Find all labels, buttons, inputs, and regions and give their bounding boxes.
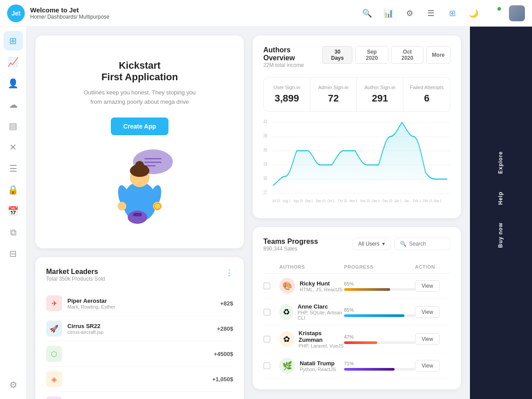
authors-title: Authors Overview (263, 46, 322, 62)
authors-subtitle: 22M total income (263, 62, 322, 68)
market-item: ⬡ +4500$ (46, 341, 233, 367)
market-item: ✈ Piper Aerostar Mark, Rowling, Esther +… (46, 291, 233, 316)
market-logo-cessna: ✦ (46, 396, 62, 399)
sidebar-item-cloud[interactable]: ☁ (4, 95, 23, 114)
svg-text:27: 27 (263, 190, 267, 195)
svg-text:Oct 1: Oct 1 (328, 199, 335, 203)
logo: Jet (7, 4, 25, 22)
buy-now-button[interactable]: Buy now (490, 214, 512, 257)
row-checkbox[interactable] (263, 309, 270, 316)
sidebar-item-settings[interactable]: ⚙ (4, 379, 23, 399)
notification-icon[interactable] (488, 6, 502, 20)
settings-icon[interactable]: ⚙ (403, 6, 417, 20)
line-chart: 42 39 36 33 30 27 (263, 119, 450, 216)
analytics-icon[interactable]: 📊 (381, 6, 395, 20)
breadcrumb: Home/ Dashboards/ Multipurpose (30, 14, 110, 20)
tab-more[interactable]: More (426, 46, 450, 64)
svg-text:Dec 15: Dec 15 (383, 199, 392, 203)
breadcrumb-home[interactable]: Home/ (30, 14, 46, 20)
svg-text:30: 30 (263, 176, 267, 181)
team-row: 🌿 Natali Trump Python, ReactJS 71% View (263, 353, 450, 379)
market-more-icon[interactable]: ⋮ (225, 268, 233, 278)
users-dropdown[interactable]: All Users ▾ (352, 238, 391, 250)
dark-mode-icon[interactable]: 🌙 (466, 6, 481, 20)
stat-user-signin: User Sign-in 3,899 (264, 78, 310, 111)
sidebar-item-menu[interactable]: ☰ (4, 159, 23, 178)
search-input[interactable] (409, 241, 445, 247)
tab-sep2020[interactable]: Sep 2020 (355, 46, 388, 64)
sidebar: ⊞ 📈 👤 ☁ ▤ ✕ ☰ 🔒 📅 ⧉ ⊟ ⚙ (0, 0, 27, 399)
svg-point-13 (117, 202, 126, 211)
svg-text:Jan: Jan (404, 199, 409, 203)
row-checkbox[interactable] (263, 336, 270, 343)
svg-text:33: 33 (263, 162, 267, 167)
tab-oct2020[interactable]: Oct 2020 (391, 46, 423, 64)
tab-30days[interactable]: 30 Days (322, 46, 353, 64)
svg-text:Nov 15: Nov 15 (360, 199, 370, 203)
explore-button[interactable]: Explore (490, 142, 512, 183)
sidebar-item-close[interactable]: ✕ (4, 137, 23, 157)
author-info-natali: Natali Trump Python, ReactJS (300, 360, 336, 372)
progress-kristaps: 47% (344, 334, 415, 344)
market-header: Market Leaders Total 350k Products Sold … (46, 268, 233, 289)
market-value-piper: +82$ (220, 300, 233, 307)
svg-text:39: 39 (263, 133, 267, 138)
grid-icon[interactable]: ⊞ (445, 6, 459, 20)
teams-controls: All Users ▾ 🔍 (352, 238, 450, 250)
create-app-button[interactable]: Create App (111, 117, 168, 135)
breadcrumb-multipurpose[interactable]: Multipurpose (79, 14, 110, 20)
svg-point-10 (135, 161, 144, 170)
team-author-ricky: 🎨 Ricky Hunt HTML, JS, ReactJS (279, 278, 344, 294)
sidebar-item-list[interactable]: ▤ (4, 116, 23, 136)
breadcrumb-dashboards[interactable]: Dashboards/ (47, 14, 78, 20)
header-icons: 🔍 📊 ⚙ ☰ ⊞ 🌙 (360, 5, 525, 21)
market-item: ◈ +1,050$ (46, 367, 233, 392)
view-button-kristaps[interactable]: View (415, 333, 440, 345)
market-logo-item3: ⬡ (46, 346, 62, 362)
sidebar-item-lock[interactable]: 🔒 (4, 180, 23, 200)
search-icon[interactable]: 🔍 (360, 6, 374, 20)
header-title: Welcome to Jet Home/ Dashboards/ Multipu… (30, 6, 110, 20)
sidebar-item-layers[interactable]: ⧉ (4, 223, 23, 242)
market-info-item4 (67, 373, 212, 385)
svg-text:Feb 1: Feb 1 (413, 199, 421, 203)
help-button[interactable]: Help (490, 183, 512, 214)
svg-text:Agu 15: Agu 15 (293, 199, 303, 203)
market-info-piper: Piper Aerostar Mark, Rowling, Esther (67, 297, 220, 309)
col-authors: AUTHORS (279, 264, 344, 270)
team-author-natali: 🌿 Natali Trump Python, ReactJS (279, 358, 344, 374)
view-button-ricky[interactable]: View (415, 280, 440, 292)
market-item: ✦ Cessna SF150 cessna-aircraft-class.jsp… (46, 392, 233, 399)
sidebar-item-grid[interactable]: ⊞ (4, 31, 23, 51)
svg-text:Aug 1: Aug 1 (283, 199, 291, 203)
sidebar-item-calendar[interactable]: 📅 (4, 201, 23, 221)
svg-text:Oct 15: Oct 15 (338, 199, 347, 203)
kickstart-title: Kickstart First Application (102, 60, 178, 83)
sidebar-item-chart[interactable]: 📈 (4, 52, 23, 72)
sidebar-item-filter[interactable]: ⊟ (4, 244, 23, 263)
tab-group: 30 Days Sep 2020 Oct 2020 More (322, 46, 450, 64)
svg-text:Jan 1: Jan 1 (394, 199, 402, 203)
progress-anne: 85% (344, 307, 415, 317)
view-button-natali[interactable]: View (415, 360, 440, 372)
market-logo-piper: ✈ (46, 295, 62, 311)
chart-container: 42 39 36 33 30 27 (263, 119, 450, 207)
menu-icon[interactable]: ☰ (424, 6, 438, 20)
avatar[interactable] (509, 5, 525, 21)
page-title: Welcome to Jet (30, 6, 110, 14)
progress-ricky: 65% (344, 281, 415, 291)
stats-row: User Sign-in 3,899 Admin Sign-in 72 Auth… (263, 77, 450, 112)
row-checkbox[interactable] (263, 282, 270, 289)
teams-header: Teams Progress 890,344 Sales All Users ▾… (263, 238, 450, 259)
row-checkbox[interactable] (263, 362, 270, 369)
search-box: 🔍 (394, 238, 450, 250)
dropdown-label: All Users (358, 241, 379, 247)
stat-admin-signin: Admin Sign-in 72 (310, 78, 357, 111)
progress-fill (344, 314, 404, 317)
svg-text:36: 36 (263, 148, 267, 153)
svg-point-15 (154, 203, 160, 209)
team-row: ♻ Anne Clarc PHP, SQLite, Artisan CLI 85… (263, 299, 450, 325)
sidebar-item-user[interactable]: 👤 (4, 74, 23, 93)
view-button-anne[interactable]: View (415, 306, 440, 318)
team-row: ✿ Kristaps Zumman PHP, Laravel, VueJS 47… (263, 325, 450, 353)
